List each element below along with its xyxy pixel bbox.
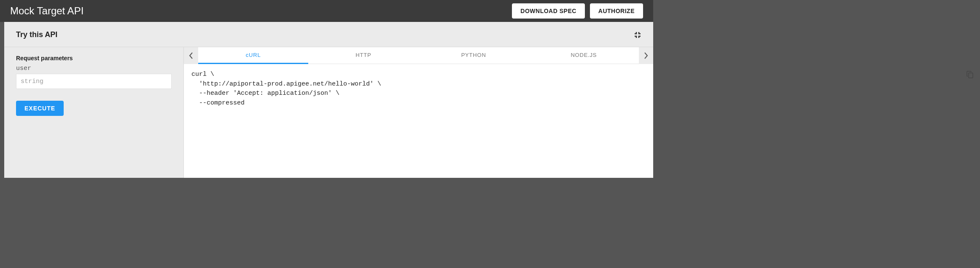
execute-button[interactable]: EXECUTE: [16, 101, 64, 116]
collapse-icon[interactable]: [634, 31, 641, 39]
tab-python[interactable]: PYTHON: [419, 47, 529, 64]
param-input-user[interactable]: [16, 74, 172, 89]
panel-title: Try this API: [16, 30, 57, 39]
authorize-button[interactable]: AUTHORIZE: [590, 3, 643, 19]
request-parameters-section: Request parameters user EXECUTE: [4, 47, 183, 178]
panel-body: Request parameters user EXECUTE cURL HTT…: [4, 47, 653, 178]
tabs-prev-button[interactable]: [184, 47, 198, 64]
download-spec-button[interactable]: DOWNLOAD SPEC: [512, 3, 585, 19]
code-snippet: curl \ 'http://apiportal-prod.apigee.net…: [184, 64, 653, 178]
code-tabs: cURL HTTP PYTHON NODE.JS: [198, 47, 639, 64]
app-header: Mock Target API DOWNLOAD SPEC AUTHORIZE: [0, 0, 653, 22]
tab-http[interactable]: HTTP: [308, 47, 418, 64]
code-area: cURL HTTP PYTHON NODE.JS curl \ 'http://…: [183, 47, 653, 178]
header-buttons: DOWNLOAD SPEC AUTHORIZE: [512, 3, 643, 19]
try-api-panel: Try this API Request parameters user EXE…: [4, 22, 653, 178]
param-name-user: user: [16, 65, 172, 72]
panel-header: Try this API: [4, 22, 653, 47]
tab-curl[interactable]: cURL: [198, 47, 308, 64]
tabs-next-button[interactable]: [639, 47, 653, 64]
code-tabs-row: cURL HTTP PYTHON NODE.JS: [184, 47, 653, 64]
request-parameters-label: Request parameters: [16, 55, 172, 62]
tab-nodejs[interactable]: NODE.JS: [529, 47, 639, 64]
app-title: Mock Target API: [10, 5, 83, 17]
